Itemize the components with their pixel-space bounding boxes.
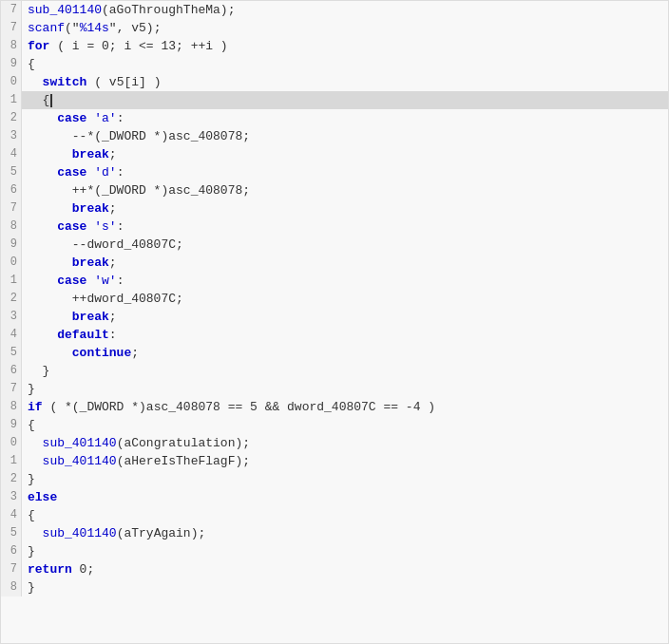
line-content: } (22, 542, 668, 560)
line-number: 2 (1, 290, 22, 308)
line-number: 1 (1, 272, 22, 290)
code-token (28, 452, 43, 470)
table-row: 6 ++*(_DWORD *)asc_408078; (1, 181, 668, 199)
code-token: case (57, 218, 86, 236)
line-number: 4 (1, 506, 22, 524)
table-row: 4 default: (1, 326, 668, 344)
line-content: sub_401140(aTryAgain); (22, 524, 668, 542)
code-token: : (117, 272, 124, 290)
code-token: sub_401140 (43, 452, 117, 470)
line-number: 7 (1, 560, 22, 578)
table-row: 4{ (1, 506, 668, 524)
code-token (28, 73, 43, 91)
code-token: case (57, 109, 86, 127)
code-token: : (117, 218, 124, 236)
code-token (86, 218, 94, 236)
code-token: 'a' (94, 109, 116, 127)
code-token: ++*(_DWORD *)asc_408078; (28, 181, 250, 199)
line-content: { (22, 55, 668, 73)
table-row: 2} (1, 470, 668, 488)
line-number: 7 (1, 19, 22, 37)
table-row: 0 sub_401140(aCongratulation); (1, 434, 668, 452)
code-token: ( i = 0; i <= 13; ++i ) (49, 37, 227, 55)
line-content: default: (22, 326, 668, 344)
code-token: 0; (72, 560, 94, 578)
line-content: case 'd': (22, 163, 668, 181)
table-row: 9 --dword_40807C; (1, 236, 668, 254)
table-row: 1 sub_401140(aHereIsTheFlagF); (1, 452, 668, 470)
code-token: { (28, 55, 35, 73)
code-token: break (72, 145, 109, 163)
line-content: else (22, 488, 668, 506)
line-number: 8 (1, 37, 22, 55)
table-row: 7 break; (1, 199, 668, 218)
code-token: : (117, 163, 124, 181)
code-token: { (28, 416, 35, 434)
code-token: (aTryAgain); (117, 524, 206, 542)
code-token (86, 272, 94, 290)
line-number: 9 (1, 236, 22, 254)
code-token: (aHereIsTheFlagF); (117, 452, 250, 470)
code-token: ; (109, 254, 117, 272)
line-content: ++dword_40807C; (22, 290, 668, 308)
code-token (28, 524, 43, 542)
line-content: } (22, 470, 668, 488)
table-row: 6} (1, 542, 668, 560)
table-row: 7return 0; (1, 560, 668, 578)
code-token: switch (43, 73, 87, 91)
code-token: } (28, 470, 35, 488)
code-token: return (28, 560, 72, 578)
line-content: break; (22, 308, 668, 326)
code-token: for (28, 37, 49, 55)
line-content: --*(_DWORD *)asc_408078; (22, 127, 668, 145)
code-token: --dword_40807C; (28, 236, 183, 254)
line-content: case 's': (22, 218, 668, 236)
code-token: else (28, 488, 57, 506)
line-number: 3 (1, 308, 22, 326)
table-row: 8if ( *(_DWORD *)asc_408078 == 5 && dwor… (1, 398, 668, 416)
line-number: 3 (1, 488, 22, 506)
table-row: 9{ (1, 416, 668, 434)
line-number: 7 (1, 199, 22, 218)
table-row: 1 { (1, 91, 668, 109)
code-token: ; (131, 344, 139, 362)
code-token (28, 218, 57, 236)
line-content: break; (22, 145, 668, 163)
line-number: 6 (1, 181, 22, 199)
line-content: case 'a': (22, 109, 668, 127)
line-number: 2 (1, 470, 22, 488)
line-number: 6 (1, 362, 22, 380)
table-row: 2 case 'a': (1, 109, 668, 127)
line-content: continue; (22, 344, 668, 362)
line-content: } (22, 362, 668, 380)
code-token (86, 109, 94, 127)
code-token: ( *(_DWORD *)asc_408078 == 5 && dword_40… (43, 398, 435, 416)
line-content: { (22, 506, 668, 524)
code-token: sub_401140 (43, 434, 117, 452)
line-number: 3 (1, 127, 22, 145)
line-content: switch ( v5[i] ) (22, 73, 668, 91)
line-content: { (22, 416, 668, 434)
line-number: 9 (1, 55, 22, 73)
code-token (28, 272, 57, 290)
table-row: 8for ( i = 0; i <= 13; ++i ) (1, 37, 668, 55)
line-number: 7 (1, 380, 22, 398)
code-token (28, 109, 57, 127)
code-token: --*(_DWORD *)asc_408078; (28, 127, 250, 145)
code-token: 'w' (94, 272, 116, 290)
line-content: return 0; (22, 560, 668, 578)
code-token: break (72, 254, 109, 272)
table-row: 5 continue; (1, 344, 668, 362)
table-row: 8} (1, 578, 668, 597)
line-content: sub_401140(aCongratulation); (22, 434, 668, 452)
line-number: 2 (1, 109, 22, 127)
line-number: 4 (1, 326, 22, 344)
text-cursor (50, 94, 52, 107)
code-token: continue (72, 344, 131, 362)
code-token: ("%14s", v5); (65, 19, 161, 37)
code-token: 'd' (94, 163, 116, 181)
table-row: 5 case 'd': (1, 163, 668, 181)
code-token: if (28, 398, 43, 416)
code-token: ( v5[i] ) (86, 73, 161, 91)
code-token: : (109, 326, 117, 344)
